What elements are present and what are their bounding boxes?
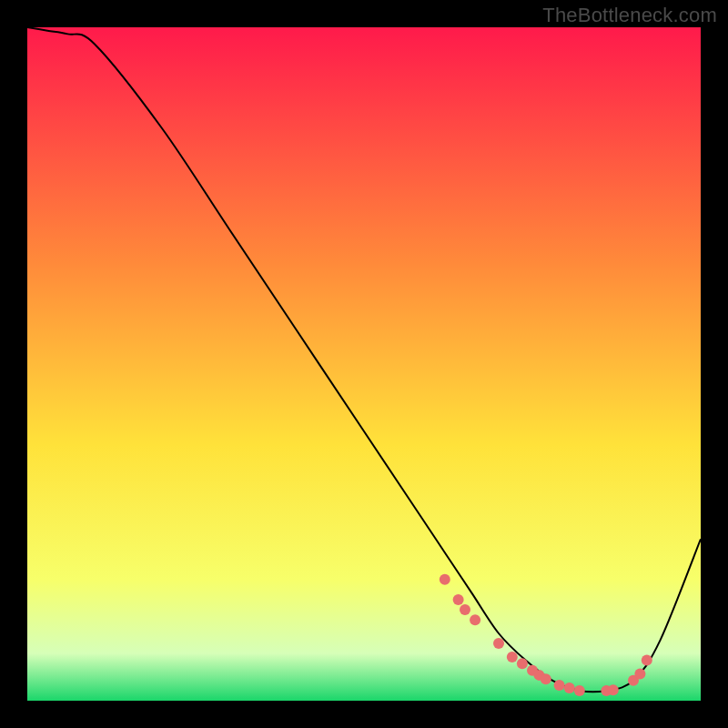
plot-area [27, 27, 701, 701]
data-point [608, 684, 619, 695]
data-point [470, 614, 480, 625]
chart-frame: TheBottleneck.com [0, 0, 728, 728]
data-point [634, 668, 645, 679]
data-point [642, 655, 652, 666]
data-point [453, 594, 464, 605]
data-point [507, 652, 518, 662]
gradient-background [27, 27, 701, 701]
data-point [517, 658, 528, 669]
data-point [460, 604, 470, 615]
data-point [541, 673, 551, 684]
data-point [554, 680, 565, 691]
chart-svg [27, 27, 701, 701]
data-point [440, 574, 450, 585]
watermark-label: TheBottleneck.com [542, 4, 717, 27]
data-point [493, 638, 504, 649]
data-point [564, 682, 575, 693]
data-point [574, 685, 585, 696]
